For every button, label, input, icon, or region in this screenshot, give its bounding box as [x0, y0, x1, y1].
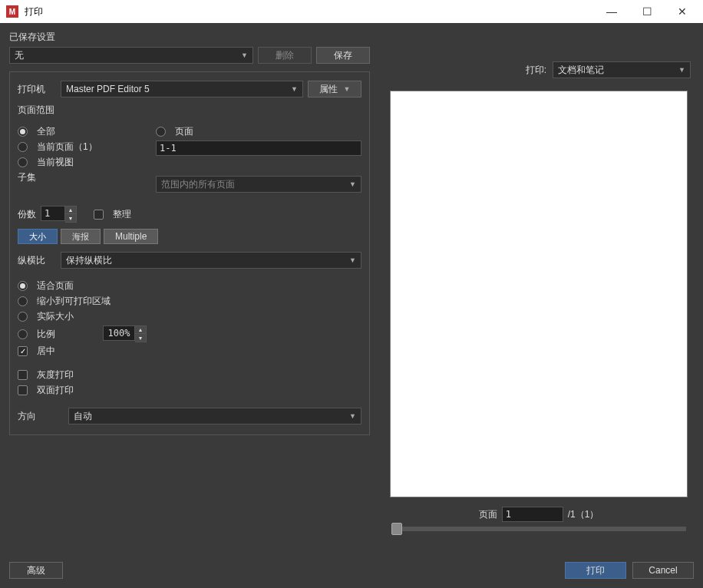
page-input[interactable]: [502, 507, 563, 522]
copies-spinner[interactable]: ▲▼: [41, 206, 77, 223]
printer-label: 打印机: [18, 83, 56, 96]
window-title: 打印: [25, 5, 594, 18]
page-range-group-label: 页面范围: [18, 104, 361, 117]
titlebar: M 打印 — ☐ ✕: [0, 0, 703, 23]
radio-pages[interactable]: 页面: [156, 125, 361, 138]
radio-icon: [18, 281, 28, 291]
spin-down[interactable]: ▼: [135, 334, 146, 342]
grayscale-checkbox: [18, 370, 28, 380]
radio-all[interactable]: 全部: [18, 125, 148, 138]
cancel-button[interactable]: Cancel: [632, 562, 694, 579]
radio-current-view[interactable]: 当前视图: [18, 156, 148, 169]
preset-select[interactable]: 无 ▼: [9, 47, 253, 64]
collate-label: 整理: [113, 208, 131, 221]
tab-multiple[interactable]: Multiple: [104, 229, 158, 244]
radio-icon: [18, 127, 28, 137]
orientation-select[interactable]: 自动 ▼: [68, 408, 361, 424]
subset-label: 子集: [18, 171, 36, 184]
advanced-button[interactable]: 高级: [9, 562, 63, 579]
preset-value: 无: [15, 49, 24, 62]
chevron-down-icon: ▼: [241, 51, 248, 59]
spin-up[interactable]: ▲: [135, 326, 146, 334]
delete-button[interactable]: 删除: [258, 47, 312, 64]
radio-icon: [18, 142, 28, 152]
aspect-value: 保持纵横比: [66, 254, 112, 267]
properties-button[interactable]: 属性▼: [308, 81, 361, 97]
radio-scale[interactable]: [18, 329, 28, 339]
radio-fit-page[interactable]: 适合页面: [18, 279, 361, 292]
chevron-down-icon: ▼: [349, 180, 356, 188]
orientation-label: 方向: [18, 410, 64, 423]
scale-spinner[interactable]: ▲▼: [103, 325, 147, 342]
print-button[interactable]: 打印: [565, 562, 626, 579]
radio-current-page[interactable]: 当前页面（1）: [18, 140, 148, 154]
chevron-down-icon: ▼: [344, 85, 351, 93]
aspect-select[interactable]: 保持纵横比 ▼: [61, 252, 361, 269]
slider-handle[interactable]: [391, 523, 402, 535]
radio-icon: [18, 296, 28, 306]
collate-checkbox[interactable]: [94, 210, 104, 220]
chevron-down-icon: ▼: [291, 85, 298, 93]
saved-settings-label: 已保存设置: [9, 31, 370, 44]
minimize-button[interactable]: —: [594, 0, 629, 23]
spin-up[interactable]: ▲: [65, 206, 76, 214]
subset-value: 范围内的所有页面: [161, 178, 235, 191]
spin-down[interactable]: ▼: [65, 214, 76, 222]
page-slider[interactable]: [391, 527, 686, 531]
chevron-down-icon: ▼: [678, 66, 685, 74]
duplex-checkbox-row[interactable]: 双面打印: [18, 384, 361, 397]
print-what-value: 文档和笔记: [558, 64, 604, 77]
maximize-button[interactable]: ☐: [629, 0, 665, 23]
radio-icon: [156, 127, 166, 137]
radio-shrink[interactable]: 缩小到可打印区域: [18, 295, 361, 308]
print-what-select[interactable]: 文档和笔记 ▼: [553, 61, 691, 78]
scale-label: 比例: [37, 328, 98, 341]
aspect-label: 纵横比: [18, 254, 56, 267]
page-preview: [390, 91, 688, 497]
save-button[interactable]: 保存: [316, 47, 370, 64]
printer-select[interactable]: Master PDF Editor 5 ▼: [61, 81, 303, 97]
radio-icon: [18, 157, 28, 167]
orientation-value: 自动: [74, 410, 92, 423]
copies-input[interactable]: [41, 206, 65, 221]
print-what-label: 打印:: [526, 64, 546, 77]
subset-select[interactable]: 范围内的所有页面 ▼: [156, 176, 361, 193]
tab-size[interactable]: 大小: [18, 229, 58, 244]
grayscale-checkbox-row[interactable]: 灰度打印: [18, 368, 361, 382]
app-icon: M: [6, 5, 18, 18]
center-checkbox-row[interactable]: 居中: [18, 345, 361, 358]
tab-poster[interactable]: 海报: [61, 229, 101, 244]
chevron-down-icon: ▼: [349, 256, 356, 264]
page-label: 页面: [479, 508, 497, 521]
radio-icon: [18, 312, 28, 322]
radio-actual[interactable]: 实际大小: [18, 310, 361, 323]
pages-input[interactable]: [156, 140, 361, 156]
close-button[interactable]: ✕: [665, 0, 700, 23]
scale-input[interactable]: [103, 325, 135, 341]
duplex-checkbox: [18, 385, 28, 395]
chevron-down-icon: ▼: [349, 412, 356, 420]
page-total: /1（1）: [568, 508, 599, 521]
center-checkbox: [18, 346, 28, 356]
copies-label: 份数: [18, 208, 36, 221]
printer-name: Master PDF Editor 5: [66, 84, 150, 94]
